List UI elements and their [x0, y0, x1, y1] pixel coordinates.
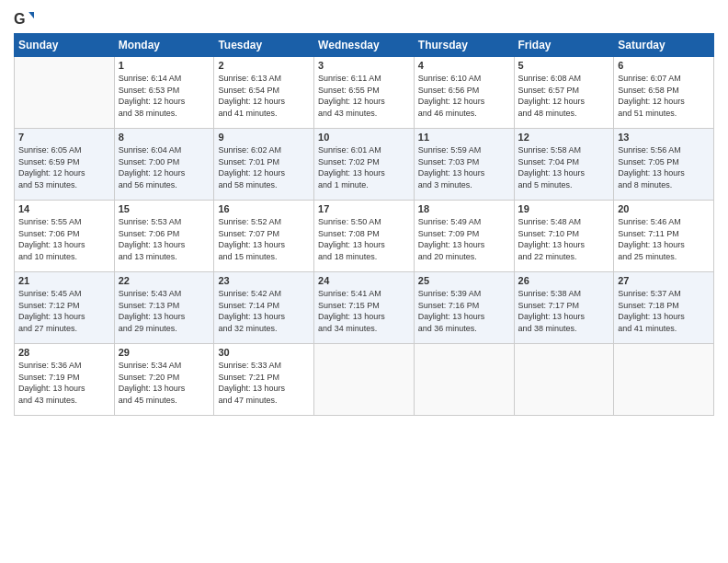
weekday-header-sunday: Sunday [15, 34, 115, 57]
logo-icon: G [14, 9, 34, 29]
day-number: 8 [119, 132, 210, 143]
calendar-cell: 21Sunrise: 5:45 AM Sunset: 7:12 PM Dayli… [15, 272, 115, 344]
cell-info: Sunrise: 5:58 AM Sunset: 7:04 PM Dayligh… [518, 144, 610, 190]
calendar-cell: 10Sunrise: 6:01 AM Sunset: 7:02 PM Dayli… [314, 129, 415, 201]
calendar-cell: 29Sunrise: 5:34 AM Sunset: 7:20 PM Dayli… [114, 344, 214, 416]
calendar-cell: 27Sunrise: 5:37 AM Sunset: 7:18 PM Dayli… [614, 272, 714, 344]
calendar-cell: 28Sunrise: 5:36 AM Sunset: 7:19 PM Dayli… [15, 344, 115, 416]
cell-info: Sunrise: 5:48 AM Sunset: 7:10 PM Dayligh… [518, 216, 610, 262]
calendar-cell: 16Sunrise: 5:52 AM Sunset: 7:07 PM Dayli… [214, 201, 314, 272]
day-number: 3 [318, 60, 410, 71]
cell-info: Sunrise: 5:43 AM Sunset: 7:13 PM Dayligh… [119, 288, 210, 334]
week-row-5: 28Sunrise: 5:36 AM Sunset: 7:19 PM Dayli… [15, 344, 714, 416]
cell-info: Sunrise: 5:38 AM Sunset: 7:17 PM Dayligh… [518, 288, 610, 334]
day-number: 1 [119, 60, 210, 71]
weekday-header-wednesday: Wednesday [314, 34, 415, 57]
cell-info: Sunrise: 6:08 AM Sunset: 6:57 PM Dayligh… [518, 73, 610, 119]
weekday-header-friday: Friday [514, 34, 614, 57]
week-row-4: 21Sunrise: 5:45 AM Sunset: 7:12 PM Dayli… [15, 272, 714, 344]
cell-info: Sunrise: 5:46 AM Sunset: 7:11 PM Dayligh… [618, 216, 710, 262]
cell-info: Sunrise: 5:56 AM Sunset: 7:05 PM Dayligh… [618, 144, 710, 190]
day-number: 2 [218, 60, 310, 71]
calendar-cell: 18Sunrise: 5:49 AM Sunset: 7:09 PM Dayli… [414, 201, 514, 272]
calendar-cell: 24Sunrise: 5:41 AM Sunset: 7:15 PM Dayli… [314, 272, 415, 344]
day-number: 15 [119, 203, 210, 214]
cell-info: Sunrise: 5:49 AM Sunset: 7:09 PM Dayligh… [418, 216, 510, 262]
cell-info: Sunrise: 5:53 AM Sunset: 7:06 PM Dayligh… [119, 216, 210, 262]
day-number: 16 [218, 203, 310, 214]
calendar-cell: 20Sunrise: 5:46 AM Sunset: 7:11 PM Dayli… [614, 201, 714, 272]
weekday-header-thursday: Thursday [414, 34, 514, 57]
cell-info: Sunrise: 5:41 AM Sunset: 7:15 PM Dayligh… [318, 288, 410, 334]
page-container: G SundayMondayTuesdayWednesdayThursdayFr… [0, 0, 728, 425]
cell-info: Sunrise: 5:55 AM Sunset: 7:06 PM Dayligh… [18, 216, 110, 262]
cell-info: Sunrise: 5:52 AM Sunset: 7:07 PM Dayligh… [218, 216, 310, 262]
cell-info: Sunrise: 6:05 AM Sunset: 6:59 PM Dayligh… [18, 144, 110, 190]
cell-info: Sunrise: 6:01 AM Sunset: 7:02 PM Dayligh… [318, 144, 410, 190]
calendar-cell: 26Sunrise: 5:38 AM Sunset: 7:17 PM Dayli… [514, 272, 614, 344]
day-number: 13 [618, 132, 710, 143]
day-number: 23 [218, 275, 310, 286]
cell-info: Sunrise: 6:02 AM Sunset: 7:01 PM Dayligh… [218, 144, 310, 190]
cell-info: Sunrise: 5:59 AM Sunset: 7:03 PM Dayligh… [418, 144, 510, 190]
weekday-header-row: SundayMondayTuesdayWednesdayThursdayFrid… [15, 34, 714, 57]
calendar-cell: 11Sunrise: 5:59 AM Sunset: 7:03 PM Dayli… [414, 129, 514, 201]
calendar-cell [614, 344, 714, 416]
day-number: 11 [418, 132, 510, 143]
calendar-cell [15, 57, 115, 129]
cell-info: Sunrise: 5:39 AM Sunset: 7:16 PM Dayligh… [418, 288, 510, 334]
svg-marker-1 [28, 12, 34, 18]
cell-info: Sunrise: 5:34 AM Sunset: 7:20 PM Dayligh… [119, 360, 210, 406]
day-number: 24 [318, 275, 410, 286]
calendar-cell: 1Sunrise: 6:14 AM Sunset: 6:53 PM Daylig… [114, 57, 214, 129]
calendar-cell: 19Sunrise: 5:48 AM Sunset: 7:10 PM Dayli… [514, 201, 614, 272]
day-number: 20 [618, 203, 710, 214]
calendar-cell: 8Sunrise: 6:04 AM Sunset: 7:00 PM Daylig… [114, 129, 214, 201]
cell-info: Sunrise: 6:14 AM Sunset: 6:53 PM Dayligh… [119, 73, 210, 119]
day-number: 5 [518, 60, 610, 71]
cell-info: Sunrise: 5:36 AM Sunset: 7:19 PM Dayligh… [18, 360, 110, 406]
day-number: 12 [518, 132, 610, 143]
calendar-cell [314, 344, 415, 416]
calendar-cell: 3Sunrise: 6:11 AM Sunset: 6:55 PM Daylig… [314, 57, 415, 129]
weekday-header-saturday: Saturday [614, 34, 714, 57]
cell-info: Sunrise: 6:13 AM Sunset: 6:54 PM Dayligh… [218, 73, 310, 119]
weekday-header-tuesday: Tuesday [214, 34, 314, 57]
calendar-cell: 23Sunrise: 5:42 AM Sunset: 7:14 PM Dayli… [214, 272, 314, 344]
calendar-cell: 12Sunrise: 5:58 AM Sunset: 7:04 PM Dayli… [514, 129, 614, 201]
cell-info: Sunrise: 5:37 AM Sunset: 7:18 PM Dayligh… [618, 288, 710, 334]
logo: G [14, 9, 38, 29]
day-number: 22 [119, 275, 210, 286]
calendar-cell: 17Sunrise: 5:50 AM Sunset: 7:08 PM Dayli… [314, 201, 415, 272]
calendar-cell: 9Sunrise: 6:02 AM Sunset: 7:01 PM Daylig… [214, 129, 314, 201]
calendar-cell: 25Sunrise: 5:39 AM Sunset: 7:16 PM Dayli… [414, 272, 514, 344]
calendar-cell [514, 344, 614, 416]
calendar-cell: 5Sunrise: 6:08 AM Sunset: 6:57 PM Daylig… [514, 57, 614, 129]
calendar-cell: 13Sunrise: 5:56 AM Sunset: 7:05 PM Dayli… [614, 129, 714, 201]
calendar-cell: 6Sunrise: 6:07 AM Sunset: 6:58 PM Daylig… [614, 57, 714, 129]
svg-text:G: G [14, 10, 26, 27]
day-number: 25 [418, 275, 510, 286]
day-number: 26 [518, 275, 610, 286]
cell-info: Sunrise: 5:50 AM Sunset: 7:08 PM Dayligh… [318, 216, 410, 262]
calendar-cell: 2Sunrise: 6:13 AM Sunset: 6:54 PM Daylig… [214, 57, 314, 129]
cell-info: Sunrise: 5:45 AM Sunset: 7:12 PM Dayligh… [18, 288, 110, 334]
calendar-cell: 30Sunrise: 5:33 AM Sunset: 7:21 PM Dayli… [214, 344, 314, 416]
cell-info: Sunrise: 5:42 AM Sunset: 7:14 PM Dayligh… [218, 288, 310, 334]
day-number: 10 [318, 132, 410, 143]
day-number: 29 [119, 347, 210, 358]
week-row-2: 7Sunrise: 6:05 AM Sunset: 6:59 PM Daylig… [15, 129, 714, 201]
cell-info: Sunrise: 5:33 AM Sunset: 7:21 PM Dayligh… [218, 360, 310, 406]
week-row-3: 14Sunrise: 5:55 AM Sunset: 7:06 PM Dayli… [15, 201, 714, 272]
day-number: 30 [218, 347, 310, 358]
calendar-cell: 14Sunrise: 5:55 AM Sunset: 7:06 PM Dayli… [15, 201, 115, 272]
day-number: 21 [18, 275, 110, 286]
cell-info: Sunrise: 6:07 AM Sunset: 6:58 PM Dayligh… [618, 73, 710, 119]
day-number: 7 [18, 132, 110, 143]
week-row-1: 1Sunrise: 6:14 AM Sunset: 6:53 PM Daylig… [15, 57, 714, 129]
calendar-cell: 15Sunrise: 5:53 AM Sunset: 7:06 PM Dayli… [114, 201, 214, 272]
calendar-cell: 7Sunrise: 6:05 AM Sunset: 6:59 PM Daylig… [15, 129, 115, 201]
cell-info: Sunrise: 6:11 AM Sunset: 6:55 PM Dayligh… [318, 73, 410, 119]
day-number: 14 [18, 203, 110, 214]
calendar-cell: 4Sunrise: 6:10 AM Sunset: 6:56 PM Daylig… [414, 57, 514, 129]
